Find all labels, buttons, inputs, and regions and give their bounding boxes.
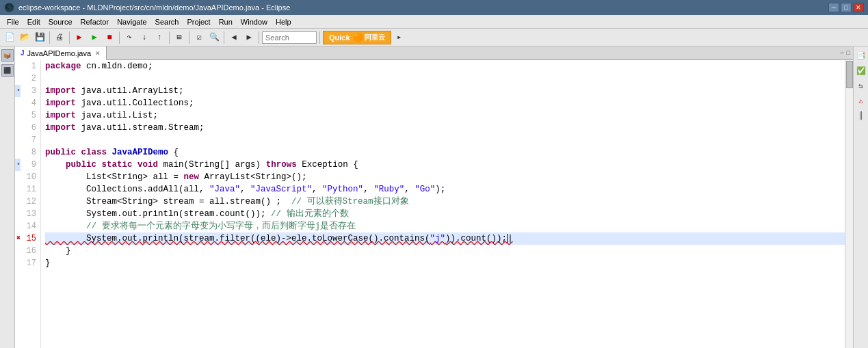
eclipse-icon: 🌑 bbox=[4, 3, 14, 12]
stop-button[interactable]: ■ bbox=[103, 31, 116, 44]
back-button[interactable]: ◀ bbox=[227, 31, 241, 44]
maximize-button[interactable]: □ bbox=[841, 3, 852, 12]
code-line-9: public static void main(String[] args) t… bbox=[45, 159, 845, 171]
toolbar: 📄 📂 💾 🖨 ▶ ▶ ■ ↷ ↓ ↑ ⊞ ☑ 🔍 ◀ ▶ Quick 🟠 阿里… bbox=[0, 29, 868, 46]
line-num-7: 7 bbox=[15, 134, 40, 146]
line-num-16: 16 bbox=[15, 245, 40, 257]
line-num-6: 6 bbox=[15, 122, 40, 134]
toolbar-separator-6 bbox=[224, 31, 224, 44]
menu-window[interactable]: Window bbox=[237, 16, 272, 27]
line-num-4: 4 bbox=[15, 97, 40, 109]
forward-button[interactable]: ▶ bbox=[242, 31, 256, 44]
console-icon[interactable]: ⬛ bbox=[1, 64, 14, 77]
java-file-icon: J bbox=[21, 49, 25, 57]
code-line-empty2 bbox=[45, 282, 845, 294]
code-line-12: Stream<String> stream = all.stream() ; /… bbox=[45, 196, 845, 208]
tasks-icon[interactable]: ✅ bbox=[855, 64, 867, 77]
overview-ruler[interactable]: ║ bbox=[855, 109, 867, 122]
open-file-button[interactable]: 📂 bbox=[18, 31, 31, 44]
tab-close-button[interactable]: ✕ bbox=[95, 50, 101, 57]
line-numbers: 1 2 • 3 4 5 6 7 8 • bbox=[15, 60, 41, 348]
code-line-2 bbox=[45, 72, 845, 85]
diff-icon[interactable]: ⇆ bbox=[855, 79, 867, 92]
alibaba-text: 阿里云 bbox=[365, 33, 385, 42]
code-line-10: List<String> all = new ArrayList<String>… bbox=[45, 171, 845, 183]
search2-button[interactable]: 🔍 bbox=[207, 31, 221, 44]
alibaba-icon: 🟠 bbox=[353, 33, 363, 42]
menu-project[interactable]: Project bbox=[183, 16, 214, 27]
menu-refactor[interactable]: Refactor bbox=[77, 16, 114, 27]
editor-area: J JavaAPIDemo.java ✕ — □ 1 2 • 3 bbox=[15, 46, 853, 348]
menu-edit[interactable]: Edit bbox=[23, 16, 44, 27]
line-num-17: 17 bbox=[15, 257, 40, 269]
toolbar-separator-4 bbox=[169, 31, 170, 44]
save-button[interactable]: 💾 bbox=[33, 31, 47, 44]
left-icon-bar: 📦 ⬛ bbox=[0, 46, 15, 348]
warnings-icon[interactable]: ⚠ bbox=[855, 94, 867, 107]
code-line-15: System.out.println(stream.filter((ele)->… bbox=[45, 232, 845, 245]
tab-bar-controls: — □ bbox=[840, 46, 853, 59]
title-bar: 🌑 eclipse-workspace - MLDNProject/src/cn… bbox=[0, 0, 868, 15]
line-num-3-dot: • bbox=[16, 85, 21, 97]
minimize-button[interactable]: ─ bbox=[828, 3, 839, 12]
toolbar-extra-button[interactable]: ▸ bbox=[393, 31, 406, 44]
code-line-11: Collections.addAll(all, "Java", "JavaScr… bbox=[45, 183, 845, 196]
close-button[interactable]: ✕ bbox=[853, 3, 864, 12]
toolbar-separator-7 bbox=[259, 31, 259, 44]
code-line-4: import java.util.Collections; bbox=[45, 97, 845, 109]
tab-bar: J JavaAPIDemo.java ✕ — □ bbox=[15, 46, 853, 60]
bookmarks-icon[interactable]: 📑 bbox=[855, 49, 867, 62]
scrollbar-thumb[interactable] bbox=[846, 61, 853, 88]
menu-bar: File Edit Source Refactor Navigate Searc… bbox=[0, 15, 868, 29]
vertical-scrollbar[interactable] bbox=[845, 60, 853, 348]
step-over-button[interactable]: ↷ bbox=[122, 31, 136, 44]
line-num-11: 11 bbox=[15, 183, 40, 196]
line-num-9-dot: • bbox=[16, 159, 21, 171]
editor-tab-java[interactable]: J JavaAPIDemo.java ✕ bbox=[15, 46, 107, 60]
line-num-5: 5 bbox=[15, 109, 40, 122]
menu-search[interactable]: Search bbox=[151, 16, 183, 27]
code-line-5: import java.util.List; bbox=[45, 109, 845, 122]
right-icon-bar: 📑 ✅ ⇆ ⚠ ║ bbox=[853, 46, 868, 348]
quick-label: Quick bbox=[329, 34, 350, 42]
code-line-13: System.out.println(stream.count()); // 输… bbox=[45, 208, 845, 220]
code-line-8: public class JavaAPIDemo { bbox=[45, 146, 845, 159]
title-bar-controls[interactable]: ─ □ ✕ bbox=[828, 3, 864, 12]
task-button[interactable]: ☑ bbox=[192, 31, 206, 44]
menu-source[interactable]: Source bbox=[44, 16, 77, 27]
menu-file[interactable]: File bbox=[3, 16, 23, 27]
line-num-15: ✖ 15 bbox=[15, 232, 40, 245]
line-num-12: 12 bbox=[15, 196, 40, 208]
menu-navigate[interactable]: Navigate bbox=[113, 16, 150, 27]
menu-run[interactable]: Run bbox=[215, 16, 237, 27]
code-line-7 bbox=[45, 134, 845, 146]
line-num-3: • 3 bbox=[15, 85, 40, 97]
perspective-button[interactable]: ⊞ bbox=[172, 31, 186, 44]
line-num-14: 14 bbox=[15, 220, 40, 232]
new-file-button[interactable]: 📄 bbox=[3, 31, 16, 44]
code-line-6: import java.util.stream.Stream; bbox=[45, 122, 845, 134]
step-out-button[interactable]: ↑ bbox=[153, 31, 166, 44]
line-num-1: 1 bbox=[15, 60, 40, 72]
code-line-14: // 要求将每一个元素的字母变为小写字母，而后判断字母j是否存在 bbox=[45, 220, 845, 232]
print-button[interactable]: 🖨 bbox=[53, 31, 66, 44]
quick-button[interactable]: Quick 🟠 阿里云 bbox=[323, 31, 391, 44]
toolbar-separator-3 bbox=[119, 31, 120, 44]
debug-button[interactable]: ▶ bbox=[73, 31, 86, 44]
package-explorer-icon[interactable]: 📦 bbox=[1, 49, 14, 62]
run-button[interactable]: ▶ bbox=[88, 31, 101, 44]
step-into-button[interactable]: ↓ bbox=[137, 31, 151, 44]
line-num-9: • 9 bbox=[15, 159, 40, 171]
line-num-2: 2 bbox=[15, 72, 40, 85]
search-input[interactable] bbox=[262, 31, 317, 44]
minimize-editor-button[interactable]: — bbox=[840, 50, 843, 57]
code-line-16: } bbox=[45, 245, 845, 257]
toolbar-separator-2 bbox=[69, 31, 70, 44]
menu-help[interactable]: Help bbox=[272, 16, 295, 27]
title-bar-left: 🌑 eclipse-workspace - MLDNProject/src/cn… bbox=[4, 3, 290, 12]
tab-label: JavaAPIDemo.java bbox=[27, 49, 92, 57]
code-line-empty3 bbox=[45, 294, 845, 306]
code-content[interactable]: package cn.mldn.demo; import java.util.A… bbox=[41, 60, 845, 348]
toolbar-separator-8 bbox=[319, 31, 320, 44]
maximize-editor-button[interactable]: □ bbox=[847, 50, 850, 57]
